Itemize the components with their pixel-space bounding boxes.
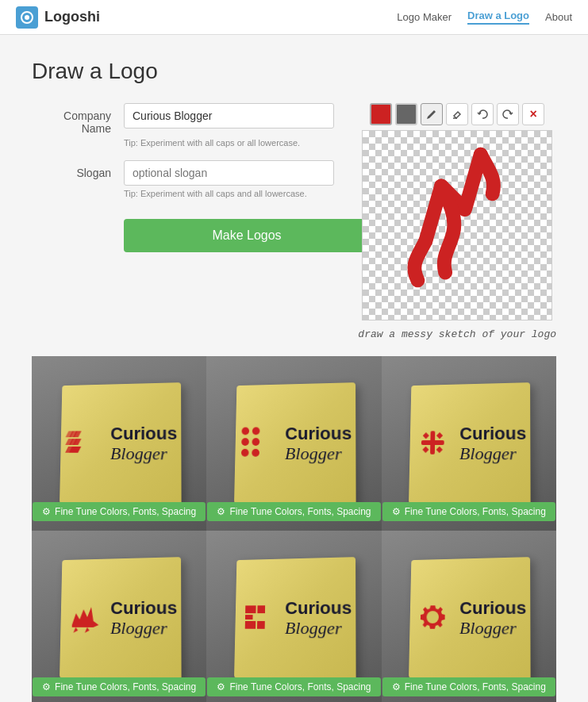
svg-rect-27: [257, 620, 265, 628]
company-name-tip: Tip: Experiment with all caps or all low…: [124, 138, 334, 148]
make-logos-button[interactable]: Make Logos: [124, 219, 370, 252]
canvas-section: × draw a messy sketc: [358, 103, 556, 340]
fine-tune-button-3[interactable]: Fine Tune Colors, Fonts, Spacing: [382, 502, 555, 521]
canvas-toolbar: ×: [370, 103, 544, 125]
svg-rect-19: [423, 432, 429, 438]
logo-icon: [16, 6, 38, 29]
company-name-label: Company Name: [32, 103, 111, 135]
clear-button[interactable]: ×: [522, 103, 544, 125]
logo-company-6: Curious: [459, 599, 526, 619]
fine-tune-label-3: Fine Tune Colors, Fonts, Spacing: [405, 506, 546, 517]
fine-tune-button-5[interactable]: Fine Tune Colors, Fonts, Spacing: [207, 677, 380, 696]
logo-content-6: Curious Blogger: [405, 589, 535, 649]
fine-tune-button-2[interactable]: Fine Tune Colors, Fonts, Spacing: [207, 502, 380, 521]
svg-rect-22: [436, 446, 443, 452]
svg-point-14: [252, 437, 259, 445]
logo-symbol-3: [413, 423, 452, 465]
svg-point-13: [241, 437, 249, 445]
fine-tune-label-2: Fine Tune Colors, Fonts, Spacing: [229, 506, 371, 517]
logo-text-4: Curious Blogger: [110, 599, 176, 638]
logo-symbol-1: [63, 423, 102, 465]
logo-card-2: Curious Blogger Fine Tune Colors, Fonts,…: [206, 356, 381, 531]
fine-tune-button-6[interactable]: Fine Tune Colors, Fonts, Spacing: [382, 677, 555, 696]
nav-about[interactable]: About: [545, 11, 572, 23]
logo-text-6: Curious Blogger: [459, 599, 526, 638]
logo-symbol-4: [63, 597, 102, 639]
logo-content-3: Curious Blogger: [405, 413, 535, 474]
logo-symbol-5: [239, 597, 278, 639]
slogan-input[interactable]: [124, 160, 334, 186]
logo-content-1: Curious Blogger: [56, 413, 186, 474]
logo-brand[interactable]: Logoshi: [16, 6, 100, 29]
svg-rect-21: [423, 446, 429, 452]
svg-rect-26: [257, 605, 265, 613]
slogan-input-wrap: [124, 160, 334, 186]
canvas-sketch-svg: [363, 131, 551, 320]
logo-slogan-4: Blogger: [110, 618, 176, 638]
logo-mockup-2: Curious Blogger: [234, 382, 356, 507]
header: Logoshi Logo Maker Draw a Logo About: [0, 0, 588, 35]
brand-name: Logoshi: [44, 9, 100, 25]
logo-text-3: Curious Blogger: [459, 424, 526, 463]
logo-card-5: Curious Blogger Fine Tune Colors, Fonts,…: [206, 531, 381, 702]
svg-rect-18: [430, 430, 435, 453]
svg-rect-24: [245, 615, 253, 620]
nav-draw-logo[interactable]: Draw a Logo: [467, 10, 529, 25]
logo-card-3: Curious Blogger Fine Tune Colors, Fonts,…: [382, 356, 556, 531]
logo-slogan-3: Blogger: [459, 443, 526, 463]
gear-icon-2: [217, 506, 225, 517]
slogan-row: Slogan: [32, 160, 334, 186]
svg-point-12: [252, 427, 260, 435]
nav-logo-maker[interactable]: Logo Maker: [397, 11, 452, 23]
svg-rect-20: [436, 432, 443, 438]
logo-company-5: Curious: [285, 599, 352, 619]
logo-mockup-5: Curious Blogger: [234, 557, 356, 681]
logo-card-inner-4: Curious Blogger: [32, 531, 206, 702]
redo-button[interactable]: [497, 103, 519, 125]
logo-card-inner-5: Curious Blogger: [206, 531, 381, 702]
logo-text-1: Curious Blogger: [110, 424, 176, 463]
svg-rect-23: [245, 605, 256, 613]
slogan-label: Slogan: [32, 160, 111, 179]
logo-card-1: Curious Blogger Fine Tune Colors, Fonts,…: [32, 356, 206, 531]
logo-text-2: Curious Blogger: [285, 424, 352, 463]
pencil-tool-button[interactable]: [421, 103, 443, 125]
fine-tune-button-1[interactable]: Fine Tune Colors, Fonts, Spacing: [33, 502, 206, 521]
drawing-canvas[interactable]: [362, 130, 552, 320]
logo-grid: Curious Blogger Fine Tune Colors, Fonts,…: [32, 356, 556, 702]
svg-point-1: [25, 15, 29, 20]
undo-button[interactable]: [471, 103, 494, 125]
fine-tune-label-4: Fine Tune Colors, Fonts, Spacing: [55, 681, 196, 692]
color-red-button[interactable]: [370, 103, 392, 125]
logo-content-5: Curious Blogger: [231, 589, 360, 649]
logo-content-2: Curious Blogger: [231, 413, 360, 474]
slogan-tip: Tip: Experiment with all caps and all lo…: [124, 189, 334, 198]
gear-icon-4: [42, 681, 51, 692]
logo-symbol-6: [413, 597, 452, 639]
logo-text-5: Curious Blogger: [285, 599, 352, 638]
logo-mockup-1: Curious Blogger: [60, 382, 182, 507]
company-name-input-wrap: [124, 103, 334, 129]
eraser-tool-button[interactable]: [446, 103, 468, 125]
slogan-group: Slogan Tip: Experiment with all caps and…: [32, 160, 334, 198]
logo-mockup-6: Curious Blogger: [409, 557, 531, 681]
logo-mockup-4: Curious Blogger: [60, 557, 182, 681]
logo-mockup-3: Curious Blogger: [409, 382, 531, 507]
main-content: Draw a Logo Company Name Tip: Experiment…: [0, 35, 588, 702]
logo-company-1: Curious: [110, 424, 177, 444]
fine-tune-label-5: Fine Tune Colors, Fonts, Spacing: [229, 681, 371, 692]
page-title: Draw a Logo: [32, 59, 556, 84]
logo-company-2: Curious: [285, 424, 352, 444]
logo-slogan-5: Blogger: [285, 618, 352, 638]
fine-tune-button-4[interactable]: Fine Tune Colors, Fonts, Spacing: [33, 677, 206, 696]
logo-slogan-1: Blogger: [110, 443, 176, 463]
nav: Logo Maker Draw a Logo About: [397, 10, 572, 25]
color-gray-button[interactable]: [395, 103, 417, 125]
fine-tune-label-6: Fine Tune Colors, Fonts, Spacing: [405, 681, 546, 692]
logo-card-6: Curious Blogger Fine Tune Colors, Fonts,…: [382, 531, 556, 702]
svg-rect-25: [245, 620, 256, 628]
logo-company-3: Curious: [459, 424, 526, 444]
logo-slogan-6: Blogger: [459, 618, 526, 638]
svg-point-15: [241, 448, 249, 456]
company-name-input[interactable]: [124, 103, 334, 129]
